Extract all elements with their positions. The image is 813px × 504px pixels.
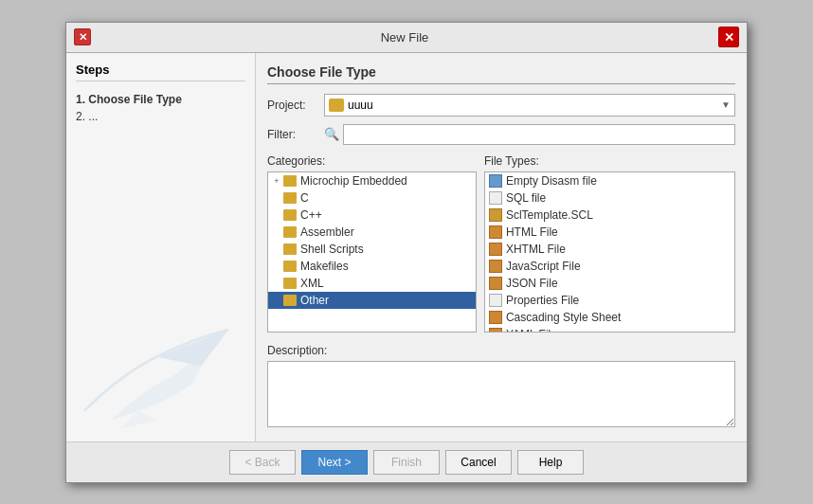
close-icon-left[interactable]: ✕ [74, 28, 91, 45]
filetype-css[interactable]: Cascading Style Sheet [485, 309, 734, 326]
folder-icon [283, 192, 297, 204]
file-icon [489, 260, 502, 273]
folder-icon [283, 175, 297, 187]
category-c[interactable]: C [268, 189, 476, 207]
finish-button[interactable]: Finish [373, 450, 440, 475]
file-icon [489, 208, 502, 222]
dropdown-arrow-icon: ▼ [721, 99, 731, 110]
file-icon [489, 225, 502, 239]
file-icon [489, 174, 502, 188]
file-icon [489, 277, 502, 290]
content-panel: Choose File Type Project: uuuu ▼ Filter:… [256, 53, 747, 441]
folder-icon [283, 295, 297, 306]
filetypes-panel: File Types: Empty Disasm file SQL file [484, 154, 735, 333]
file-icon [489, 328, 502, 333]
folder-icon [283, 243, 297, 255]
new-file-dialog: ✕ New File ✕ Steps 1. Choose File Type 2… [65, 22, 748, 483]
section-title: Choose File Type [267, 64, 735, 84]
file-icon [489, 243, 502, 256]
description-section: Description: [267, 344, 735, 430]
category-microchip[interactable]: + Microchip Embedded [268, 172, 476, 189]
project-row: Project: uuuu ▼ [267, 94, 735, 117]
description-textarea[interactable] [267, 361, 735, 427]
filetype-empty-disasm[interactable]: Empty Disasm file [485, 172, 734, 189]
filetype-javascript[interactable]: JavaScript File [485, 258, 734, 275]
search-icon: 🔍 [324, 127, 339, 141]
category-makefiles[interactable]: Makefiles [268, 258, 476, 275]
filetype-json[interactable]: JSON File [485, 275, 734, 292]
file-icon [489, 294, 502, 307]
filter-input[interactable] [343, 124, 735, 145]
filetype-yaml[interactable]: YAML File [485, 326, 734, 333]
category-xml[interactable]: XML [268, 275, 476, 292]
filter-label: Filter: [267, 128, 324, 141]
project-label: Project: [267, 99, 324, 112]
project-select[interactable]: uuuu ▼ [324, 94, 735, 117]
steps-panel: Steps 1. Choose File Type 2. ... [66, 53, 256, 441]
dialog-title: New File [91, 30, 718, 45]
steps-list: 1. Choose File Type 2. ... [76, 91, 245, 125]
help-button[interactable]: Help [517, 450, 584, 475]
step-2: 2. ... [76, 108, 245, 125]
filter-row: Filter: 🔍 [267, 124, 735, 145]
filetype-xhtml[interactable]: XHTML File [485, 241, 734, 258]
filetype-scl[interactable]: SclTemplate.SCL [485, 207, 734, 224]
file-icon [489, 311, 502, 324]
project-value: uuuu [348, 99, 721, 112]
title-bar: ✕ New File ✕ [66, 23, 747, 53]
file-icon [489, 191, 502, 205]
filetype-html[interactable]: HTML File [485, 224, 734, 241]
filetype-sql[interactable]: SQL file [485, 189, 734, 207]
filetypes-list[interactable]: Empty Disasm file SQL file SclTemplate.S… [484, 171, 735, 333]
watermark-graphic [66, 299, 246, 441]
filetypes-label: File Types: [484, 154, 735, 168]
folder-icon [283, 278, 297, 289]
folder-icon [283, 209, 297, 221]
description-label: Description: [267, 344, 735, 357]
step-1: 1. Choose File Type [76, 91, 245, 108]
filetype-properties[interactable]: Properties File [485, 292, 734, 309]
close-button[interactable]: ✕ [718, 27, 739, 47]
category-assembler[interactable]: Assembler [268, 224, 476, 241]
steps-title: Steps [76, 63, 245, 81]
category-cpp[interactable]: C++ [268, 207, 476, 224]
categories-panel: Categories: + Microchip Embedded C [267, 154, 477, 333]
dialog-body: Steps 1. Choose File Type 2. ... Choose … [66, 53, 747, 441]
expand-icon: + [272, 176, 281, 186]
category-shell[interactable]: Shell Scripts [268, 241, 476, 258]
categories-label: Categories: [267, 154, 477, 168]
button-bar: < Back Next > Finish Cancel Help [66, 441, 747, 482]
back-button[interactable]: < Back [229, 450, 296, 475]
next-button[interactable]: Next > [301, 450, 368, 475]
folder-icon [283, 261, 297, 272]
project-folder-icon [329, 99, 344, 112]
folder-icon [283, 226, 297, 238]
cancel-button[interactable]: Cancel [445, 450, 512, 475]
category-other[interactable]: Other [268, 292, 476, 309]
categories-filetypes-columns: Categories: + Microchip Embedded C [267, 154, 735, 333]
categories-tree[interactable]: + Microchip Embedded C C++ [267, 171, 477, 333]
